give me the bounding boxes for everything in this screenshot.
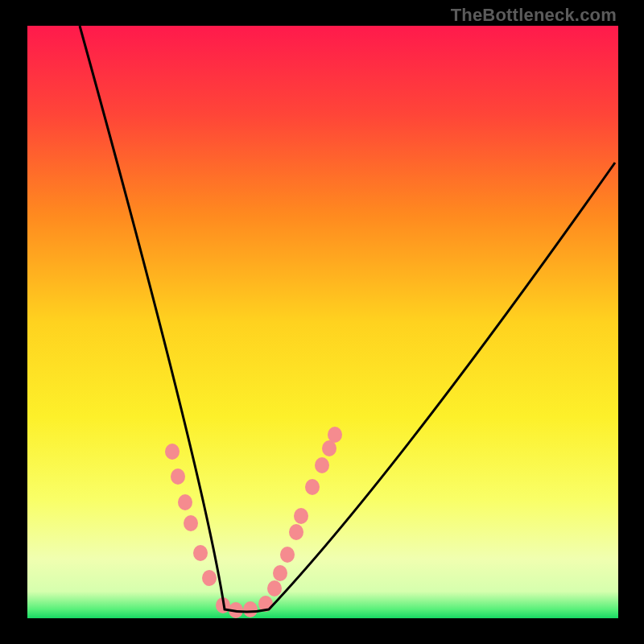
highlight-dot bbox=[184, 515, 198, 531]
highlight-dot bbox=[178, 494, 192, 510]
highlight-dot bbox=[171, 469, 185, 485]
highlight-dot bbox=[322, 440, 336, 456]
highlight-dot bbox=[243, 601, 258, 617]
watermark-text: TheBottleneck.com bbox=[451, 5, 617, 26]
highlight-dot bbox=[202, 570, 217, 586]
bottleneck-curve-path bbox=[80, 26, 615, 612]
highlight-dot bbox=[267, 580, 282, 597]
highlight-dot bbox=[289, 524, 303, 540]
highlight-dot bbox=[193, 545, 208, 561]
highlight-dot bbox=[273, 565, 287, 581]
outer-frame: TheBottleneck.com bbox=[0, 0, 644, 644]
highlight-dot bbox=[280, 547, 295, 563]
highlight-dot bbox=[328, 427, 342, 443]
highlight-dot bbox=[165, 444, 180, 460]
highlight-dot bbox=[305, 479, 320, 495]
chart-svg bbox=[27, 26, 618, 618]
highlight-dot bbox=[294, 508, 308, 524]
highlight-dot bbox=[315, 457, 329, 473]
